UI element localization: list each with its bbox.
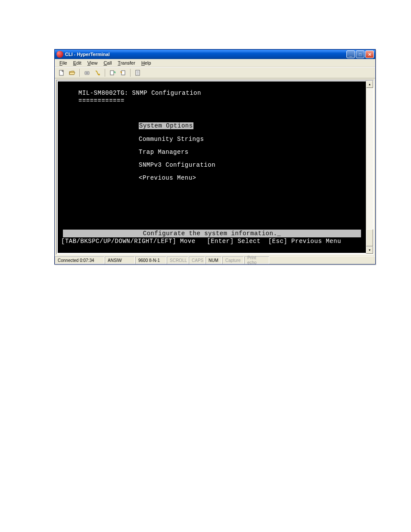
menu-transfer[interactable]: Transfer (115, 59, 138, 66)
status-connected: Connected 0:07:34 (55, 256, 104, 264)
svg-rect-5 (121, 71, 125, 75)
toolbar-separator (105, 69, 105, 77)
titlebar[interactable]: CLI - HyperTerminal _ □ ✕ (55, 50, 375, 59)
window-buttons: _ □ ✕ (346, 50, 374, 58)
window-title: CLI - HyperTerminal (65, 52, 110, 57)
status-caps: CAPS (189, 256, 205, 264)
close-button[interactable]: ✕ (365, 50, 374, 58)
menu-help[interactable]: Help (138, 59, 154, 66)
svg-point-3 (98, 74, 100, 75)
terminal[interactable]: MIL-SM8002TG: SNMP Configuration =======… (58, 81, 372, 253)
content-area: MIL-SM8002TG: SNMP Configuration =======… (55, 78, 375, 256)
vertical-scrollbar[interactable]: ▴ ▾ (366, 81, 373, 254)
status-num: NUM (206, 256, 222, 264)
menu-view[interactable]: View (84, 59, 101, 66)
new-icon[interactable] (57, 68, 66, 77)
terminal-footer: Configurate the system information._ [TA… (60, 230, 364, 245)
menu-item-system-options[interactable]: System Options (58, 122, 372, 130)
scroll-up-button[interactable]: ▴ (366, 81, 373, 88)
menu-file[interactable]: File (56, 59, 70, 66)
send-icon[interactable] (108, 68, 117, 77)
statusbar: Connected 0:07:34 ANSIW 9600 8-N-1 SCROL… (55, 256, 375, 264)
terminal-hint: Configurate the system information._ (63, 230, 361, 237)
status-port: 9600 8-N-1 (135, 256, 166, 264)
minimize-button[interactable]: _ (346, 50, 355, 58)
terminal-nav-help: [TAB/BKSPC/UP/DOWN/RIGHT/LEFT] Move [Ent… (60, 237, 364, 245)
terminal-frame: MIL-SM8002TG: SNMP Configuration =======… (56, 80, 374, 255)
status-capture: Capture (222, 256, 244, 264)
status-emulation: ANSIW (105, 256, 135, 264)
resize-grip[interactable] (368, 256, 375, 264)
scroll-down-button[interactable]: ▾ (366, 246, 373, 254)
toolbar-separator (79, 69, 80, 77)
maximize-button[interactable]: □ (356, 50, 364, 58)
menu-item-community-strings[interactable]: Community Strings (58, 135, 372, 143)
menu-item-trap-managers[interactable]: Trap Managers (58, 148, 372, 156)
open-icon[interactable] (68, 68, 76, 77)
hyperterminal-window: CLI - HyperTerminal _ □ ✕ File Edit View… (54, 49, 376, 264)
menu-edit[interactable]: Edit (70, 59, 84, 66)
menu-item-snmpv3-config[interactable]: SNMPv3 Configuration (58, 161, 372, 169)
terminal-heading: MIL-SM8002TG: SNMP Configuration (58, 89, 372, 97)
properties-icon[interactable] (134, 68, 142, 77)
terminal-heading-underline: ============ (58, 97, 372, 105)
toolbar (55, 67, 375, 78)
svg-rect-2 (86, 72, 88, 74)
status-printecho: Print echo (244, 256, 269, 264)
disconnect-icon[interactable] (93, 68, 102, 77)
scroll-thumb[interactable] (366, 229, 373, 246)
terminal-menu: System Options Community Strings Trap Ma… (58, 122, 372, 182)
app-icon (56, 51, 63, 58)
toolbar-separator (130, 69, 131, 77)
receive-icon[interactable] (118, 68, 127, 77)
menubar: File Edit View Call Transfer Help (55, 59, 375, 67)
menu-call[interactable]: Call (100, 59, 115, 66)
connect-icon[interactable] (83, 68, 91, 77)
svg-rect-4 (110, 71, 114, 75)
menu-item-previous-menu[interactable]: <Previous Menu> (58, 174, 372, 182)
scroll-track[interactable] (366, 88, 373, 246)
status-scroll: SCROLL (167, 256, 188, 264)
